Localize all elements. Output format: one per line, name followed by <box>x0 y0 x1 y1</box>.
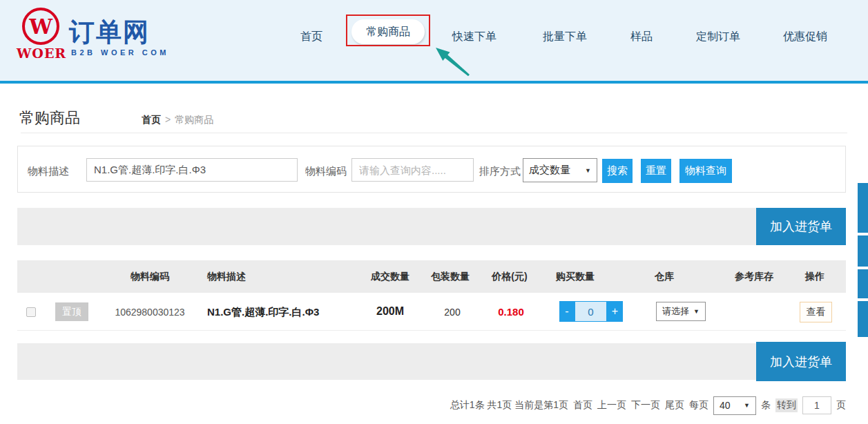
chevron-down-icon: ▼ <box>693 308 700 315</box>
toolbar-bar <box>17 208 846 245</box>
pagination-summary: 总计1条 共1页 当前是第1页 <box>450 399 568 412</box>
pagination-last[interactable]: 尾页 <box>665 399 684 412</box>
chevron-down-icon: ▼ <box>585 167 591 174</box>
cell-material-code: 1062980030123 <box>115 307 184 318</box>
side-tab-segment[interactable] <box>858 301 868 337</box>
per-page-label: 每页 <box>689 399 708 412</box>
material-query-button[interactable]: 物料查询 <box>679 159 732 183</box>
side-tab-segment[interactable] <box>858 183 868 233</box>
per-page-value: 40 <box>720 400 731 411</box>
col-header-price: 价格(元) <box>492 271 527 283</box>
col-header-buy-qty: 购买数量 <box>556 271 595 283</box>
per-page-unit: 条 <box>761 399 771 412</box>
col-header-warehouse: 仓库 <box>655 271 674 283</box>
nav-item-samples[interactable]: 样品 <box>630 30 653 44</box>
add-to-cart-button-top[interactable]: 加入进货单 <box>756 208 846 245</box>
per-page-select[interactable]: 40 ▼ <box>713 396 756 415</box>
footer-toolbar-bar <box>17 343 846 380</box>
warehouse-select[interactable]: 请选择 ▼ <box>656 302 706 321</box>
annotation-arrow-icon <box>414 40 483 81</box>
material-desc-input[interactable] <box>86 158 298 182</box>
nav-item-home[interactable]: 首页 <box>300 30 322 44</box>
cell-deal-qty: 200M <box>376 305 404 318</box>
breadcrumb-current: 常购商品 <box>175 114 213 125</box>
breadcrumb: 首页>常购商品 <box>142 114 213 126</box>
nav-item-custom-order[interactable]: 定制订单 <box>696 30 740 44</box>
view-button[interactable]: 查看 <box>800 302 832 322</box>
sort-select[interactable]: 成交数量 ▼ <box>523 158 597 182</box>
title-divider <box>21 133 847 133</box>
chevron-down-icon: ▼ <box>744 402 750 409</box>
sort-select-value: 成交数量 <box>529 164 570 177</box>
cell-material-desc: N1.G管.超薄.印字.白.Φ3 <box>207 306 319 319</box>
col-header-material-code: 物料编码 <box>131 271 169 283</box>
page-title: 常购商品 <box>19 108 80 128</box>
side-tab-segment[interactable] <box>858 269 868 298</box>
pagination-prev[interactable]: 上一页 <box>597 399 626 412</box>
pagination: 总计1条 共1页 当前是第1页 首页 上一页 下一页 尾页 每页 40 ▼ 条 … <box>414 395 846 416</box>
add-to-cart-button-bottom[interactable]: 加入进货单 <box>756 342 846 381</box>
goto-unit: 页 <box>836 399 846 412</box>
reset-button[interactable]: 重置 <box>641 159 671 183</box>
goto-label: 转到 <box>775 398 798 412</box>
col-header-ref-stock: 参考库存 <box>735 271 773 283</box>
material-code-input[interactable] <box>351 158 474 182</box>
logo-brand-text: WOER <box>17 46 65 61</box>
pin-to-top-button[interactable]: 置顶 <box>55 302 88 321</box>
nav-item-bulk-order[interactable]: 批量下单 <box>543 30 587 44</box>
col-header-pack-qty: 包装数量 <box>431 271 470 283</box>
qty-decrease-button[interactable]: - <box>559 301 575 322</box>
col-header-material-desc: 物料描述 <box>207 271 246 283</box>
woer-logo-icon[interactable]: W <box>22 8 59 45</box>
logo-monogram: W <box>29 15 52 39</box>
pagination-first[interactable]: 首页 <box>573 399 592 412</box>
breadcrumb-separator-icon: > <box>165 114 171 125</box>
page: W WOER 订单网 B2B WOER COM 首页 常购商品 快速下单 批量下… <box>0 0 868 424</box>
qty-input[interactable] <box>575 301 607 322</box>
side-tab-segment[interactable] <box>858 235 868 267</box>
col-header-deal-qty: 成交数量 <box>371 271 409 283</box>
material-code-label: 物料编码 <box>305 165 347 178</box>
warehouse-select-value: 请选择 <box>662 305 689 318</box>
sort-label: 排序方式 <box>479 165 521 178</box>
pagination-next[interactable]: 下一页 <box>631 399 660 412</box>
site-tagline: B2B WOER COM <box>71 48 169 57</box>
breadcrumb-home[interactable]: 首页 <box>142 114 161 125</box>
nav-item-promotions[interactable]: 优惠促销 <box>783 30 827 44</box>
search-button[interactable]: 搜索 <box>602 159 633 183</box>
row-checkbox[interactable] <box>26 307 36 317</box>
material-desc-label: 物料描述 <box>28 165 69 178</box>
goto-page-input[interactable] <box>802 396 831 414</box>
col-header-actions: 操作 <box>805 271 824 283</box>
cell-pack-qty: 200 <box>444 307 460 318</box>
cell-price: 0.180 <box>498 306 524 318</box>
qty-increase-button[interactable]: + <box>607 301 623 322</box>
site-name: 订单网 <box>69 15 150 50</box>
